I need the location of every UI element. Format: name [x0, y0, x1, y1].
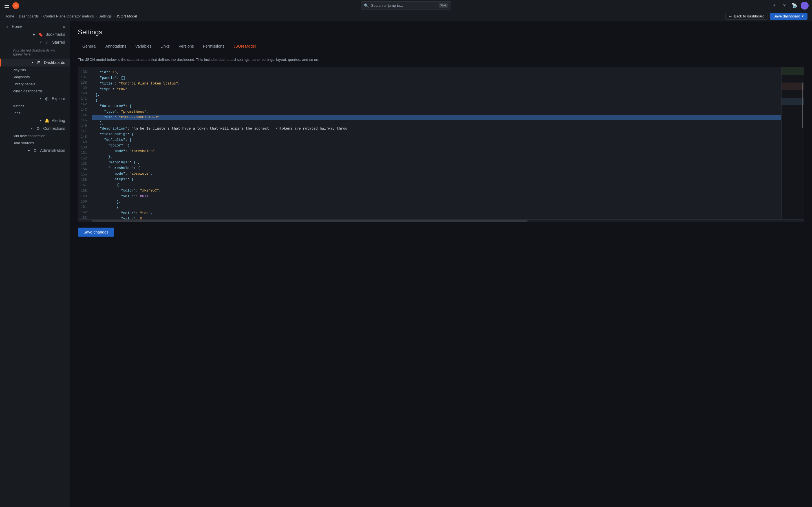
code-line-141: {	[96, 98, 778, 103]
sidebar-item-connections-label: Connections	[43, 126, 65, 131]
sidebar-item-administration[interactable]: ▶ ⚙ Administration	[0, 147, 70, 154]
sidebar-item-snapshots[interactable]: Snapshots	[0, 73, 70, 80]
json-description: The JSON model below is the data structu…	[78, 57, 804, 62]
breadcrumb-current: JSON Model	[116, 14, 137, 18]
code-line-147: "fieldConfig": {	[96, 131, 778, 137]
sidebar-item-logs[interactable]: Logs	[0, 110, 70, 117]
back-to-dashboard-button[interactable]: ← Back to dashboard	[725, 13, 767, 20]
code-content[interactable]: "id": 15, "panels": [], "title": "Contro…	[92, 67, 781, 219]
code-line-150: "mode": "thresholds"	[96, 149, 778, 154]
breadcrumb-dashboards[interactable]: Dashboards	[19, 14, 39, 18]
sidebar-item-public-dashboards[interactable]: Public dashboards	[0, 88, 70, 95]
save-dashboard-button[interactable]: Save dashboard ▾	[770, 13, 808, 20]
tab-general[interactable]: General	[78, 42, 101, 51]
sidebar-item-alerting[interactable]: ▶ 🔔 Alerting	[0, 117, 70, 124]
administration-icon: ⚙	[33, 148, 37, 153]
sidebar-item-bookmarks-label: Bookmarks	[45, 32, 65, 37]
sidebar-item-metrics[interactable]: Metrics	[0, 103, 70, 110]
sidebar-collapse-alerting: ▶	[40, 119, 42, 122]
sidebar-section-main: ⌂ Home ⊞ ▶ 🔖 Bookmarks ▼ ☆ Starred Your …	[0, 21, 70, 156]
breadcrumb-sep-3: ›	[96, 14, 97, 18]
minimap-bg	[781, 67, 804, 219]
sidebar-item-home-label: Home	[12, 24, 22, 29]
horizontal-scrollbar-thumb	[92, 220, 527, 222]
code-line-159: },	[96, 199, 778, 205]
tab-annotations[interactable]: Annotations	[101, 42, 131, 51]
code-line-145: },	[96, 120, 778, 126]
sidebar-item-connections[interactable]: ▼ ⚙ Connections	[0, 124, 70, 132]
sidebar-item-dashboards-label: Dashboards	[44, 60, 65, 65]
sidebar-collapse-administration: ▶	[28, 149, 30, 152]
new-button[interactable]: +	[770, 2, 778, 10]
bottom-actions: Save changes	[78, 222, 804, 239]
help-icon[interactable]: ?	[780, 2, 788, 10]
breadcrumb-sep-1: ›	[16, 14, 17, 18]
sidebar-collapse-bookmarks: ▶	[33, 33, 35, 36]
news-icon[interactable]: 📡	[791, 2, 799, 10]
code-line-146: "description": "\nThe 10 clusters that h…	[96, 126, 778, 131]
svg-text:G: G	[15, 4, 17, 7]
code-line-157: "color": "#F2495C",	[96, 188, 778, 193]
code-line-160: {	[96, 205, 778, 210]
sidebar-collapse-starred: ▼	[40, 41, 42, 44]
sidebar-item-playlists[interactable]: Playlists	[0, 66, 70, 73]
breadcrumb-sep-4: ›	[113, 14, 114, 18]
breadcrumb-bar: Home › Dashboards › Control Plane Operat…	[0, 11, 812, 21]
sidebar-item-dashboards[interactable]: ▼ ⊞ Dashboards	[0, 59, 70, 66]
code-editor[interactable]: 1361371381391401411421431441451461471481…	[78, 67, 804, 219]
sidebar-item-library-panels[interactable]: Library panels	[0, 80, 70, 88]
code-line-143: "type": "prometheus",	[96, 109, 778, 115]
code-line-144: "uid": "P1809F7CD0C75ACF3"	[92, 115, 781, 120]
search-bar[interactable]: 🔍 Search or jump to... ⌘+k	[361, 1, 451, 10]
code-line-154: "mode": "absolute",	[96, 171, 778, 177]
code-line-136: "id": 15,	[96, 69, 778, 75]
tab-permissions[interactable]: Permissions	[198, 42, 229, 51]
sidebar-collapse-dashboards: ▼	[31, 61, 34, 64]
sidebar-expand-home: ⊞	[63, 25, 65, 28]
breadcrumb-settings[interactable]: Settings	[98, 14, 112, 18]
home-icon: ⌂	[4, 24, 9, 29]
tab-variables[interactable]: Variables	[131, 42, 156, 51]
connections-icon: ⚙	[36, 126, 40, 131]
hamburger-menu[interactable]	[3, 2, 10, 9]
breadcrumb-home[interactable]: Home	[4, 14, 14, 18]
code-line-137: "panels": [],	[96, 75, 778, 81]
topnav: G 🔍 Search or jump to... ⌘+k + ? 📡	[0, 0, 812, 11]
tab-links[interactable]: Links	[156, 42, 174, 51]
starred-empty-message: Your starred dashboards will appear here	[0, 46, 70, 59]
main-content: Settings General Annotations Variables L…	[70, 21, 812, 507]
code-line-140: },	[96, 92, 778, 98]
code-line-162: "value": 0	[96, 216, 778, 219]
search-placeholder: Search or jump to...	[371, 3, 437, 8]
minimap-scrollbar	[802, 67, 803, 219]
line-numbers: 1361371381391401411421431441451461471481…	[78, 67, 92, 219]
sidebar-item-explore[interactable]: ▼ ◎ Explore	[0, 95, 70, 103]
code-line-161: "color": "red",	[96, 210, 778, 216]
code-line-152: "mappings": [],	[96, 160, 778, 165]
code-editor-wrapper: 1361371381391401411421431441451461471481…	[78, 67, 804, 222]
save-changes-button[interactable]: Save changes	[78, 228, 114, 237]
breadcrumb-dashboard-name[interactable]: Control Plane Operator metrics	[43, 14, 94, 18]
code-line-138: "title": "Control Plane Token Status",	[96, 81, 778, 87]
code-line-153: "thresholds": {	[96, 165, 778, 171]
bookmarks-icon: 🔖	[38, 32, 43, 37]
code-line-155: "steps": [	[96, 177, 778, 182]
code-line-139: "type": "row"	[96, 87, 778, 92]
grafana-logo: G	[12, 2, 19, 9]
sidebar-item-alerting-label: Alerting	[52, 118, 65, 123]
sidebar-item-explore-label: Explore	[52, 96, 65, 101]
sidebar-item-data-sources[interactable]: Data sources	[0, 139, 70, 147]
sidebar-item-starred-label: Starred	[52, 40, 65, 45]
search-shortcut: ⌘+k	[439, 3, 448, 8]
sidebar-item-administration-label: Administration	[40, 148, 65, 153]
sidebar-item-starred[interactable]: ▼ ☆ Starred	[0, 38, 70, 46]
tab-versions[interactable]: Versions	[174, 42, 199, 51]
horizontal-scrollbar[interactable]	[78, 219, 804, 222]
sidebar-item-bookmarks[interactable]: ▶ 🔖 Bookmarks	[0, 31, 70, 38]
user-avatar[interactable]	[801, 2, 809, 10]
tab-json-model[interactable]: JSON Model	[229, 42, 260, 51]
sidebar-item-add-new-connection[interactable]: Add new connection	[0, 132, 70, 139]
code-line-142: "datasource": {	[96, 103, 778, 109]
explore-icon: ◎	[45, 96, 49, 101]
sidebar-item-home[interactable]: ⌂ Home ⊞	[0, 22, 70, 31]
